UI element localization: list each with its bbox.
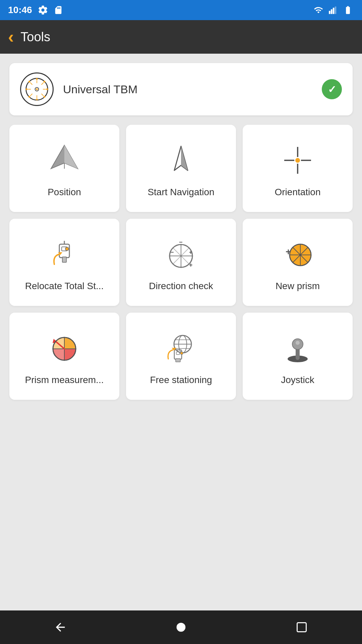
- svg-point-75: [177, 623, 186, 632]
- nav-back-button[interactable]: [47, 614, 74, 641]
- svg-point-32: [295, 158, 300, 163]
- start-navigation-button[interactable]: Start Navigation: [126, 125, 236, 212]
- prism-measurement-icon: [46, 330, 83, 367]
- svg-rect-1: [331, 9, 333, 14]
- svg-line-13: [42, 83, 44, 85]
- status-icons: [312, 5, 354, 15]
- position-icon: [46, 142, 83, 179]
- position-button[interactable]: Position: [9, 125, 119, 212]
- direction-check-icon: − + − +: [163, 236, 199, 273]
- page-title: Tools: [20, 30, 50, 44]
- gear-icon: [38, 5, 48, 15]
- svg-rect-76: [297, 623, 306, 632]
- device-icon: [20, 72, 54, 106]
- svg-point-16: [36, 99, 38, 100]
- orientation-label: Orientation: [275, 187, 321, 198]
- tbm-icon: [25, 77, 49, 101]
- back-button[interactable]: ‹: [8, 28, 14, 46]
- svg-point-22: [28, 96, 30, 98]
- joystick-label: Joystick: [281, 375, 314, 385]
- svg-point-17: [26, 88, 27, 90]
- bottom-navigation: [0, 610, 362, 644]
- prism-measurement-label: Prism measurem...: [25, 375, 104, 385]
- relocate-icon: [46, 236, 83, 273]
- relocate-button[interactable]: Relocate Total St...: [9, 219, 119, 306]
- relocate-label: Relocate Total St...: [25, 281, 104, 291]
- svg-line-11: [30, 83, 32, 85]
- svg-line-12: [42, 94, 44, 96]
- svg-rect-36: [62, 257, 66, 262]
- svg-point-74: [296, 341, 300, 345]
- svg-point-20: [44, 96, 45, 98]
- free-stationing-button[interactable]: Free stationing: [126, 313, 236, 400]
- tools-grid: Position Start Navigation: [9, 125, 353, 400]
- svg-line-14: [30, 94, 32, 96]
- orientation-icon: [279, 142, 316, 179]
- signal-icon: [328, 5, 338, 15]
- joystick-button[interactable]: Joystick: [243, 313, 353, 400]
- svg-rect-68: [176, 359, 180, 362]
- svg-marker-24: [64, 145, 78, 169]
- new-prism-button[interactable]: + New prism: [243, 219, 353, 306]
- new-prism-icon: +: [279, 236, 316, 273]
- free-stationing-label: Free stationing: [150, 375, 212, 385]
- device-name: Universal TBM: [63, 83, 137, 96]
- content-area: Universal TBM Position: [0, 54, 362, 610]
- app-bar: ‹ Tools: [0, 20, 362, 54]
- nav-recents-button[interactable]: [288, 614, 315, 641]
- direction-check-button[interactable]: − + − + Direction check: [126, 219, 236, 306]
- status-bar: 10:46: [0, 0, 362, 20]
- device-card[interactable]: Universal TBM: [9, 63, 353, 115]
- svg-point-19: [28, 81, 30, 83]
- nav-home-button[interactable]: [168, 614, 194, 641]
- free-stationing-icon: [163, 330, 199, 367]
- battery-icon: [342, 5, 354, 15]
- start-navigation-icon: [163, 142, 199, 179]
- prism-measurement-button[interactable]: Prism measurem...: [9, 313, 119, 400]
- svg-text:+: +: [286, 247, 291, 257]
- new-prism-label: New prism: [276, 281, 320, 291]
- connection-status: [322, 79, 342, 99]
- status-time: 10:46: [8, 5, 32, 15]
- svg-rect-0: [329, 11, 330, 14]
- svg-point-15: [36, 78, 38, 80]
- svg-point-21: [44, 81, 45, 83]
- svg-point-38: [65, 247, 69, 251]
- svg-point-18: [46, 88, 48, 90]
- svg-rect-2: [333, 8, 335, 14]
- position-label: Position: [48, 187, 81, 198]
- joystick-icon: [279, 330, 316, 367]
- orientation-button[interactable]: Orientation: [243, 125, 353, 212]
- device-info: Universal TBM: [20, 72, 137, 106]
- svg-point-70: [180, 352, 183, 355]
- svg-point-6: [36, 88, 38, 90]
- sdcard-icon: [54, 5, 63, 15]
- svg-rect-3: [335, 7, 337, 14]
- wifi-icon: [312, 5, 324, 15]
- direction-check-label: Direction check: [149, 281, 213, 291]
- start-navigation-label: Start Navigation: [147, 187, 214, 198]
